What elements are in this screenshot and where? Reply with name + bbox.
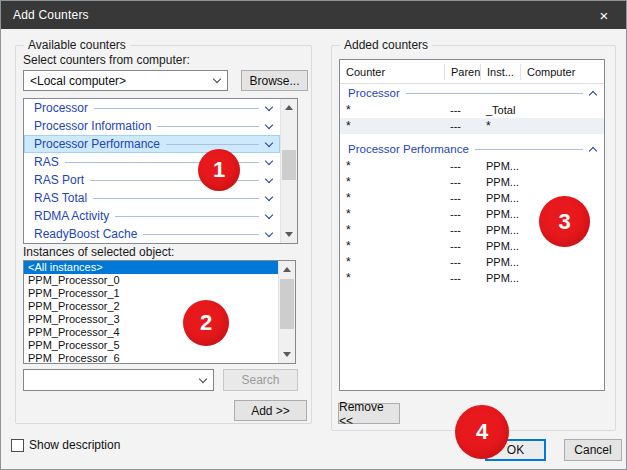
scroll-up-icon[interactable] (281, 99, 297, 116)
chevron-down-icon[interactable] (265, 156, 273, 164)
instances-list[interactable]: <All instances> PPM_Processor_0 PPM_Proc… (23, 260, 296, 364)
scroll-up-icon[interactable] (279, 261, 295, 278)
table-row[interactable]: * --- PPM... (340, 254, 604, 270)
counter-item-processor[interactable]: Processor (24, 99, 280, 117)
search-button[interactable]: Search (223, 369, 298, 391)
instance-item[interactable]: PPM_Processor_3 (24, 313, 278, 326)
instance-item[interactable]: PPM_Processor_1 (24, 287, 278, 300)
leader-line (475, 149, 583, 150)
dialog-title: Add Counters (1, 8, 89, 22)
counter-item-readyboost-cache[interactable]: ReadyBoost Cache (24, 225, 280, 243)
chevron-down-icon[interactable] (265, 102, 273, 110)
cancel-button[interactable]: Cancel (564, 439, 622, 461)
counter-item-ras-port[interactable]: RAS Port (24, 171, 280, 189)
browse-button[interactable]: Browse... (241, 70, 308, 91)
instances-label: Instances of selected object: (23, 245, 174, 259)
instance-item[interactable]: PPM_Processor_6 (24, 352, 278, 364)
chevron-down-icon[interactable] (193, 379, 213, 382)
table-row[interactable]: * --- PPM... (340, 174, 604, 190)
chevron-down-icon[interactable] (265, 192, 273, 200)
annotation-circle-4: 4 (455, 405, 509, 459)
table-row[interactable]: * --- PPM... (340, 158, 604, 174)
computer-combo-value: <Local computer> (24, 74, 207, 88)
remove-button[interactable]: Remove << (338, 403, 400, 424)
chevron-up-icon[interactable] (589, 90, 597, 98)
counter-item-ras[interactable]: RAS (24, 153, 280, 171)
instance-item[interactable]: PPM_Processor_2 (24, 300, 278, 313)
instance-item[interactable]: PPM_Processor_5 (24, 339, 278, 352)
instance-item[interactable]: <All instances> (24, 261, 278, 274)
table-row[interactable]: * --- _Total (340, 102, 604, 118)
annotation-circle-1: 1 (198, 149, 240, 191)
show-description-label: Show description (29, 438, 120, 452)
counter-item-rdma-activity[interactable]: RDMA Activity (24, 207, 280, 225)
chevron-down-icon[interactable] (265, 228, 273, 236)
search-combo[interactable] (23, 369, 214, 391)
leader-line (115, 216, 259, 217)
annotation-circle-2: 2 (183, 300, 229, 346)
annotation-circle-3: 3 (539, 196, 590, 247)
dialog-body: Available counters Select counters from … (1, 29, 626, 469)
select-computer-label: Select counters from computer: (23, 53, 190, 67)
scroll-down-icon[interactable] (281, 226, 297, 243)
chevron-down-icon[interactable] (207, 79, 227, 82)
available-counters-label: Available counters (24, 38, 130, 52)
leader-line (94, 108, 259, 109)
chevron-down-icon[interactable] (265, 138, 273, 146)
title-bar[interactable]: Add Counters × (1, 1, 626, 29)
leader-line (93, 198, 259, 199)
scroll-down-icon[interactable] (279, 346, 295, 363)
table-group-processor[interactable]: Processor (340, 84, 604, 102)
leader-line (143, 234, 259, 235)
leader-line (166, 144, 259, 145)
counters-scrollbar[interactable] (280, 99, 297, 243)
added-counters-label: Added counters (340, 38, 432, 52)
computer-combo[interactable]: <Local computer> (23, 70, 228, 91)
close-icon[interactable]: × (582, 1, 626, 29)
chevron-down-icon[interactable] (265, 120, 273, 128)
chevron-down-icon[interactable] (265, 210, 273, 218)
column-header-instance[interactable]: Inst... (480, 64, 520, 80)
column-header-parent[interactable]: Parent (444, 64, 480, 80)
scrollbar-thumb[interactable] (280, 279, 294, 329)
table-group-processor-performance[interactable]: Processor Performance (340, 140, 604, 158)
chevron-up-icon[interactable] (589, 146, 597, 154)
counter-item-processor-information[interactable]: Processor Information (24, 117, 280, 135)
add-counters-dialog: Add Counters × Available counters Select… (0, 0, 627, 470)
column-header-counter[interactable]: Counter (340, 64, 444, 80)
column-header-computer[interactable]: Computer (520, 64, 604, 80)
instance-item[interactable]: PPM_Processor_4 (24, 326, 278, 339)
leader-line (157, 126, 259, 127)
add-button[interactable]: Add >> (234, 400, 307, 421)
counter-item-ras-total[interactable]: RAS Total (24, 189, 280, 207)
table-row[interactable]: * --- * (340, 118, 604, 134)
table-row[interactable]: * --- PPM... (340, 270, 604, 286)
instance-item[interactable]: PPM_Processor_0 (24, 274, 278, 287)
instances-scrollbar[interactable] (278, 261, 295, 363)
scrollbar-thumb[interactable] (282, 150, 296, 180)
show-description-control[interactable]: Show description (11, 438, 120, 452)
counter-item-processor-performance[interactable]: Processor Performance (24, 135, 280, 153)
leader-line (406, 93, 583, 94)
table-header: Counter Parent Inst... Computer (340, 60, 604, 84)
chevron-down-icon[interactable] (265, 174, 273, 182)
show-description-checkbox[interactable] (11, 439, 24, 452)
counters-list[interactable]: Processor Processor Information Processo… (23, 98, 298, 244)
